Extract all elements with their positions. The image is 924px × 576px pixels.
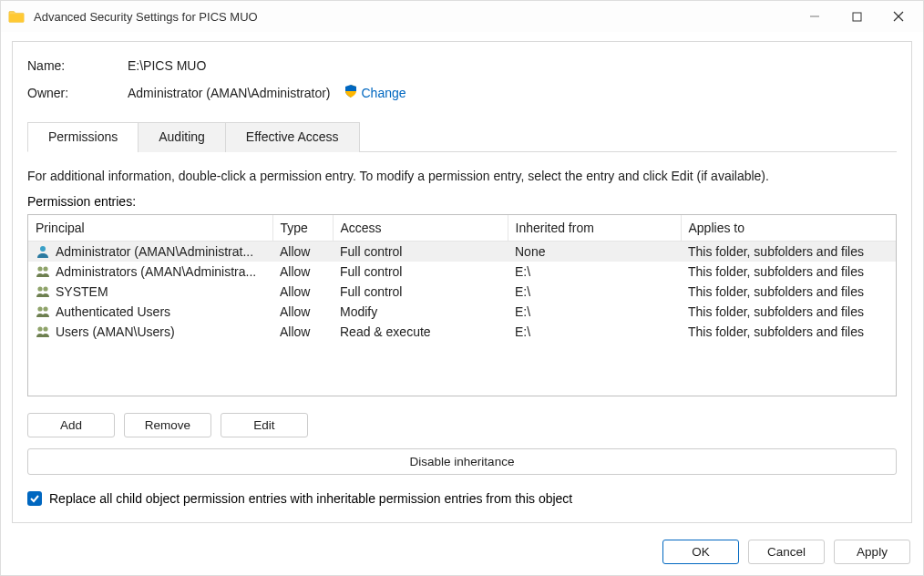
access-cell: Full control <box>333 282 508 302</box>
principal-text: SYSTEM <box>56 284 108 299</box>
replace-children-row[interactable]: Replace all child object permission entr… <box>27 491 897 506</box>
col-access[interactable]: Access <box>333 215 508 242</box>
name-value: E:\PICS MUO <box>128 58 206 73</box>
name-row: Name: E:\PICS MUO <box>27 58 897 73</box>
group-icon <box>36 284 50 299</box>
inherited-cell: None <box>508 242 681 262</box>
tabs: Permissions Auditing Effective Access <box>27 121 897 152</box>
group-icon <box>36 304 50 319</box>
type-cell: Allow <box>272 282 333 302</box>
type-cell: Allow <box>272 242 333 262</box>
ok-button[interactable]: OK <box>662 540 739 564</box>
col-principal[interactable]: Principal <box>28 215 272 242</box>
access-cell: Full control <box>333 242 508 262</box>
permission-table[interactable]: Principal Type Access Inherited from App… <box>27 214 897 396</box>
close-icon <box>893 11 904 22</box>
user-icon <box>36 244 50 259</box>
disable-inheritance-button[interactable]: Disable inheritance <box>27 448 897 475</box>
table-row[interactable]: Users (AMAN\Users)AllowRead & executeE:\… <box>28 322 896 342</box>
svg-point-11 <box>37 326 42 331</box>
tab-permissions[interactable]: Permissions <box>27 122 139 152</box>
principal-text: Administrator (AMAN\Administrat... <box>56 244 253 259</box>
dialog-footer: OK Cancel Apply <box>1 532 923 575</box>
applies-cell: This folder, subfolders and files <box>681 242 896 262</box>
svg-point-10 <box>43 306 47 311</box>
tab-auditing[interactable]: Auditing <box>138 122 226 152</box>
folder-icon <box>8 9 25 24</box>
svg-point-12 <box>43 326 47 331</box>
entries-label: Permission entries: <box>27 194 897 209</box>
svg-point-8 <box>43 286 47 291</box>
window-controls <box>794 2 919 31</box>
change-owner-link[interactable]: Change <box>362 86 406 100</box>
svg-point-4 <box>40 246 46 252</box>
principal-text: Authenticated Users <box>56 304 170 319</box>
minimize-icon <box>809 11 820 22</box>
table-header-row: Principal Type Access Inherited from App… <box>28 215 896 242</box>
principal-text: Administrators (AMAN\Administra... <box>56 264 256 279</box>
type-cell: Allow <box>272 322 333 342</box>
replace-children-label: Replace all child object permission entr… <box>49 491 572 506</box>
col-inherited[interactable]: Inherited from <box>508 215 681 242</box>
table-row[interactable]: Administrators (AMAN\Administra...AllowF… <box>28 262 896 282</box>
group-icon <box>36 324 50 339</box>
type-cell: Allow <box>272 302 333 322</box>
access-cell: Modify <box>333 302 508 322</box>
table-row[interactable]: SYSTEMAllowFull controlE:\This folder, s… <box>28 282 896 302</box>
col-type[interactable]: Type <box>272 215 333 242</box>
owner-label: Owner: <box>27 86 128 100</box>
applies-cell: This folder, subfolders and files <box>681 262 896 282</box>
principal-text: Users (AMAN\Users) <box>56 324 175 339</box>
window-title: Advanced Security Settings for PICS MUO <box>34 10 794 24</box>
svg-point-6 <box>43 266 47 271</box>
check-icon <box>29 493 40 504</box>
inherited-cell: E:\ <box>508 282 681 302</box>
close-button[interactable] <box>878 2 919 31</box>
maximize-button[interactable] <box>836 2 878 31</box>
applies-cell: This folder, subfolders and files <box>681 302 896 322</box>
inherited-cell: E:\ <box>508 262 681 282</box>
help-text: For additional information, double-click… <box>27 169 897 183</box>
owner-row: Owner: Administrator (AMAN\Administrator… <box>27 84 897 101</box>
access-cell: Read & execute <box>333 322 508 342</box>
content-frame: Name: E:\PICS MUO Owner: Administrator (… <box>12 41 912 523</box>
tab-effective-access[interactable]: Effective Access <box>225 122 360 152</box>
col-applies[interactable]: Applies to <box>681 215 896 242</box>
shield-icon <box>344 84 358 101</box>
svg-rect-1 <box>853 13 861 21</box>
replace-children-checkbox[interactable] <box>27 491 42 506</box>
name-label: Name: <box>27 58 128 73</box>
access-cell: Full control <box>333 262 508 282</box>
applies-cell: This folder, subfolders and files <box>681 282 896 302</box>
advanced-security-window: Advanced Security Settings for PICS MUO … <box>0 0 924 576</box>
svg-point-5 <box>37 266 42 271</box>
inherited-cell: E:\ <box>508 302 681 322</box>
svg-point-7 <box>37 286 42 291</box>
applies-cell: This folder, subfolders and files <box>681 322 896 342</box>
edit-button[interactable]: Edit <box>221 413 308 437</box>
table-row[interactable]: Administrator (AMAN\Administrat...AllowF… <box>28 242 896 262</box>
minimize-button[interactable] <box>794 2 836 31</box>
entry-buttons: Add Remove Edit <box>27 413 897 437</box>
group-icon <box>36 264 50 279</box>
inherited-cell: E:\ <box>508 322 681 342</box>
svg-point-9 <box>37 306 42 311</box>
add-button[interactable]: Add <box>27 413 115 437</box>
type-cell: Allow <box>272 262 333 282</box>
cancel-button[interactable]: Cancel <box>748 540 825 564</box>
titlebar: Advanced Security Settings for PICS MUO <box>1 1 923 32</box>
remove-button[interactable]: Remove <box>124 413 211 437</box>
apply-button[interactable]: Apply <box>834 540 910 564</box>
owner-value: Administrator (AMAN\Administrator) <box>128 86 331 100</box>
maximize-icon <box>852 12 862 22</box>
table-row[interactable]: Authenticated UsersAllowModifyE:\This fo… <box>28 302 896 322</box>
